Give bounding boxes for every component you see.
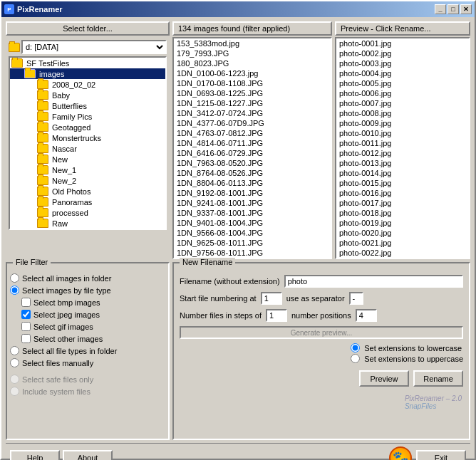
files-list[interactable]: 153_5383mod.jpg179_7993.JPG180_8023.JPG1… [172,37,332,259]
tree-item[interactable]: New_2 [10,175,165,186]
window-title: PixRenamer [17,5,63,14]
filter-all-types-label: Select all file types in folder [22,347,117,355]
preview-item[interactable]: photo-0002.jpg [336,48,469,58]
file-item[interactable]: 1DN_6416-06-0729.JPG [174,148,331,158]
tree-item[interactable]: Panoramas [10,197,165,207]
preview-item[interactable]: photo-0004.jpg [336,68,469,78]
preview-button[interactable]: Preview [359,370,409,387]
preview-item[interactable]: photo-0009.jpg [336,118,469,128]
steps-input[interactable] [266,309,287,322]
exit-icon: 🐾 [389,446,412,460]
tree-item[interactable]: Geotagged [10,122,165,132]
preview-item[interactable]: photo-0019.jpg [336,218,469,228]
filter-all-types-row: Select all file types in folder [10,346,165,355]
help-button[interactable]: Help [10,450,60,461]
folder-tree[interactable]: SF TestFilesimages2008_02_02BabyButterfl… [9,56,167,230]
tree-item[interactable]: Old Photos [10,186,165,197]
preview-item[interactable]: photo-0006.jpg [336,88,469,98]
tree-item[interactable]: New [10,154,165,164]
ext-uppercase-radio[interactable] [351,354,360,363]
select-folder-button[interactable]: Select folder... [6,21,170,36]
preview-item[interactable]: photo-0012.jpg [336,148,469,158]
preview-list[interactable]: photo-0001.jpgphoto-0002.jpgphoto-0003.j… [335,37,470,259]
file-item[interactable]: 1DN_8764-08-0526.JPG [174,168,331,178]
file-item[interactable]: 1DN_0170-08-1108.JPG [174,78,331,88]
filename-input[interactable] [284,275,463,288]
file-item[interactable]: 153_5383mod.jpg [174,38,331,48]
file-item[interactable]: 1DN_9756-08-1011.JPG [174,248,331,258]
filter-all-types-radio[interactable] [10,346,19,355]
filename-row: Filename (without extension) [180,275,463,288]
exit-button[interactable]: Exit [416,450,466,461]
filter-jpeg-check[interactable] [21,310,31,319]
tree-item[interactable]: Monstertrucks [10,132,165,143]
tree-item[interactable]: Raw [10,218,165,229]
tree-item[interactable]: Nascar [10,143,165,154]
tree-item[interactable]: processed [10,207,165,218]
drive-dropdown[interactable]: d: [DATA] [21,40,167,54]
file-item[interactable]: 1DN_9625-08-1011.JPG [174,238,331,248]
file-item[interactable]: 1DN_4377-06-07D9.JPG [174,118,331,128]
preview-item[interactable]: photo-0015.jpg [336,178,469,188]
num-positions-input[interactable] [356,309,377,322]
preview-item[interactable]: photo-0001.jpg [336,38,469,48]
filter-all-images-radio[interactable] [10,273,19,283]
minimize-button[interactable]: _ [435,4,446,14]
file-item[interactable]: 180_8023.JPG [174,58,331,68]
tree-item[interactable]: Baby [10,90,165,100]
tree-item[interactable]: 2008_02_02 [10,79,165,90]
file-item[interactable]: 1DN_0693-08-1225.JPG [174,88,331,98]
separator-input[interactable] [349,292,363,305]
folder-icon [37,155,48,164]
preview-item[interactable]: photo-0014.jpg [336,168,469,178]
rename-button[interactable]: Rename [413,370,463,387]
file-item[interactable]: 1DN_4814-06-0711.JPG [174,138,331,148]
close-button[interactable]: ✕ [460,4,472,14]
filter-manual-radio[interactable] [10,358,19,367]
drive-folder-icon [9,43,20,52]
file-item[interactable]: 1DN_4763-07-0812.JPG [174,128,331,138]
tree-item[interactable]: Butterflies [10,100,165,111]
maximize-button[interactable]: □ [447,4,459,14]
tree-item-label: images [39,70,64,78]
about-button[interactable]: About [63,450,113,461]
file-item[interactable]: 179_7993.JPG [174,48,331,58]
preview-item[interactable]: photo-0003.jpg [336,58,469,68]
tree-item[interactable]: images [10,68,165,79]
file-item[interactable]: 1DN_8804-06-0113.JPG [174,178,331,188]
file-item[interactable]: 1DN_1215-08-1227.JPG [174,98,331,108]
file-item[interactable]: 1DN_9241-08-1001.JPG [174,198,331,208]
action-btn-row: Preview Rename [180,370,463,387]
filter-other-check[interactable] [21,334,31,343]
tree-item[interactable]: New_1 [10,164,165,175]
ext-lowercase-radio[interactable] [351,343,360,352]
file-item[interactable]: 1DN_9337-08-1001.JPG [174,208,331,218]
file-item[interactable]: 1DN_0100-06-1223.jpg [174,68,331,78]
preview-item[interactable]: photo-0021.jpg [336,238,469,248]
preview-item[interactable]: photo-0008.jpg [336,108,469,118]
rename-group-title: New Filename [180,258,235,266]
file-item[interactable]: 1DN_9192-08-1001.JPG [174,188,331,198]
preview-item[interactable]: photo-0005.jpg [336,78,469,88]
start-input[interactable] [261,292,282,305]
filter-gif-check[interactable] [21,322,31,331]
preview-item[interactable]: photo-0010.jpg [336,128,469,138]
file-item[interactable]: 1DN_9401-08-1004.JPG [174,218,331,228]
preview-item[interactable]: photo-0017.jpg [336,198,469,208]
tree-item[interactable]: SF TestFiles [10,58,165,68]
tree-item[interactable]: Family Pics [10,111,165,122]
preview-item[interactable]: photo-0011.jpg [336,138,469,148]
preview-item[interactable]: photo-0022.jpg [336,248,469,258]
preview-item[interactable]: photo-0020.jpg [336,228,469,238]
filter-bmp-check[interactable] [21,298,31,307]
filter-safe-label: Select safe files only [22,375,93,384]
file-item[interactable]: 1DN_7963-08-0520.JPG [174,158,331,168]
filter-by-type-radio[interactable] [10,286,19,295]
preview-item[interactable]: photo-0013.jpg [336,158,469,168]
preview-item[interactable]: photo-0018.jpg [336,208,469,218]
file-item[interactable]: 1DN_3412-07-0724.JPG [174,108,331,118]
preview-item[interactable]: photo-0007.jpg [336,98,469,108]
filter-safe-radio [10,375,19,384]
file-item[interactable]: 1DN_9566-08-1004.JPG [174,228,331,238]
preview-item[interactable]: photo-0016.jpg [336,188,469,198]
